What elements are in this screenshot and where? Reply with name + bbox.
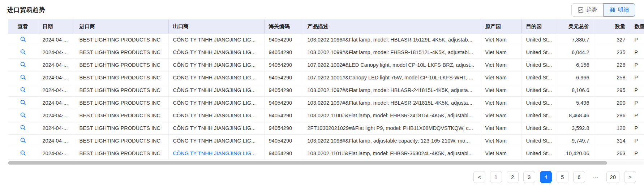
cell-hs_code: 94054290 [264, 97, 303, 109]
table-row: 2024-04-...BEST LIGHTING PRODUCTS INCCÔN… [8, 135, 644, 147]
cell-unit: P [630, 109, 644, 122]
cell-destination: United St... [521, 147, 558, 160]
cell-quantity: 200 [594, 97, 630, 109]
magnifier-icon[interactable] [20, 61, 26, 67]
magnifier-icon[interactable] [20, 49, 26, 55]
cell-description: 103.0202.1096#&Flat lamp, model: HBLASR-… [303, 34, 481, 46]
cell-importer: BEST LIGHTING PRODUCTS INC [75, 84, 168, 97]
cell-hs_code: 94054290 [264, 34, 303, 46]
table-row: 2024-04-...BEST LIGHTING PRODUCTS INCCÔN… [8, 109, 644, 122]
cell-origin: Viet Nam [481, 147, 521, 160]
magnifier-icon[interactable] [20, 99, 26, 105]
cell-quantity: 263 [594, 147, 630, 160]
cell-destination: United St... [521, 34, 558, 46]
cell-exporter: CÔNG TY TNHH JIANGJING LIG... [168, 97, 264, 109]
magnifier-icon[interactable] [20, 74, 26, 80]
cell-exporter[interactable]: CÔNG TY TNHH JIANGJING LIG... [168, 147, 264, 160]
cell-description: 107.0202.1002#&LED Canopy light, model C… [303, 59, 481, 71]
horizontal-scrollbar[interactable] [8, 161, 644, 165]
cell-importer: BEST LIGHTING PRODUCTS INC [75, 109, 168, 122]
cell-unit: P [630, 97, 644, 109]
trend-tab-button[interactable]: 趋势 [571, 3, 603, 17]
cell-view [8, 135, 38, 147]
cell-date: 2024-04-... [38, 97, 75, 109]
cell-quantity: 295 [594, 84, 630, 97]
cell-hs_code: 94054290 [264, 135, 303, 147]
magnifier-icon[interactable] [20, 150, 26, 156]
cell-date: 2024-04-... [38, 109, 75, 122]
page-button-6[interactable]: 6 [573, 171, 585, 183]
cell-origin: Viet Nam [481, 135, 521, 147]
pagination-ellipsis: ••• [590, 171, 602, 183]
table-row: 2024-04-...BEST LIGHTING PRODUCTS INCCÔN… [8, 71, 644, 84]
cell-date: 2024-04-... [38, 84, 75, 97]
cell-hs_code: 94054290 [264, 71, 303, 84]
cell-description: 103.0202.1099#&Flat lamp, model: FHBSR-1… [303, 46, 481, 59]
magnifier-icon[interactable] [20, 87, 26, 93]
cell-description: 103.0202.1097#&Flat lamp, model: HBLASR-… [303, 84, 481, 97]
table-row: 2024-04-...BEST LIGHTING PRODUCTS INCCÔN… [8, 59, 644, 71]
table-row: 2024-04-...BEST LIGHTING PRODUCTS INCCÔN… [8, 34, 644, 46]
cell-exporter: CÔNG TY TNHH JIANGJING LIG... [168, 46, 264, 59]
cell-quantity: 314 [594, 135, 630, 147]
cell-exporter: CÔNG TY TNHH JIANGJING LIG... [168, 122, 264, 135]
cell-usd_total: 10,420.06 [558, 147, 594, 160]
prev-page-button[interactable]: < [473, 171, 485, 183]
scrollbar-thumb[interactable] [8, 161, 607, 165]
next-page-button[interactable]: > [624, 171, 636, 183]
cell-exporter: CÔNG TY TNHH JIANGJING LIG... [168, 135, 264, 147]
cell-quantity: 327 [594, 34, 630, 46]
cell-quantity: 258 [594, 71, 630, 84]
cell-date: 2024-04-... [38, 122, 75, 135]
magnifier-icon[interactable] [20, 125, 26, 131]
column-header-destination: 目的国 [521, 20, 558, 34]
page-button-4[interactable]: 4 [540, 171, 552, 183]
table-row: 2024-04-...BEST LIGHTING PRODUCTS INCCÔN… [8, 97, 644, 109]
cell-usd_total: 9,749.7 [558, 135, 594, 147]
cell-exporter: CÔNG TY TNHH JIANGJING LIG... [168, 34, 264, 46]
cell-origin: Viet Nam [481, 97, 521, 109]
magnifier-icon[interactable] [20, 112, 26, 118]
cell-usd_total: 8,106.6 [558, 84, 594, 97]
cell-quantity: 286 [594, 109, 630, 122]
cell-date: 2024-04-... [38, 46, 75, 59]
page-button-5[interactable]: 5 [557, 171, 568, 183]
cell-usd_total: 3,592.8 [558, 122, 594, 135]
cell-view [8, 122, 38, 135]
cell-hs_code: 94054290 [264, 122, 303, 135]
cell-origin: Viet Nam [481, 71, 521, 84]
cell-destination: United St... [521, 46, 558, 59]
view-toggle-group: 趋势 明细 [571, 3, 635, 17]
page-button-2[interactable]: 2 [507, 171, 519, 183]
table-grid-icon [610, 7, 615, 13]
cell-exporter: CÔNG TY TNHH JIANGJING LIG... [168, 59, 264, 71]
cell-destination: United St... [521, 122, 558, 135]
cell-importer: BEST LIGHTING PRODUCTS INC [75, 147, 168, 160]
cell-view [8, 84, 38, 97]
page-button-3[interactable]: 3 [523, 171, 535, 183]
cell-description: 103.0202.1098#&Flat lamp, adjustable cap… [303, 135, 481, 147]
detail-tab-button[interactable]: 明细 [603, 3, 635, 17]
cell-hs_code: 94054290 [264, 147, 303, 160]
page-button-1[interactable]: 1 [490, 171, 502, 183]
column-header-importer: 进口商 [75, 20, 168, 34]
cell-view [8, 34, 38, 46]
topbar: 进口贸易趋势 趋势 明细 [0, 0, 644, 19]
table-row: 2024-04-...BEST LIGHTING PRODUCTS INCCÔN… [8, 147, 644, 160]
cell-origin: Viet Nam [481, 109, 521, 122]
table-row: 2024-04-...BEST LIGHTING PRODUCTS INCCÔN… [8, 84, 644, 97]
cell-unit: P [630, 147, 644, 160]
magnifier-icon[interactable] [20, 137, 26, 143]
pagination: <123456•••20> [473, 171, 636, 183]
cell-date: 2024-04-... [38, 34, 75, 46]
column-header-usd_total: 美元总价 [558, 20, 594, 34]
cell-destination: United St... [521, 71, 558, 84]
cell-destination: United St... [521, 84, 558, 97]
cell-quantity: 235 [594, 46, 630, 59]
cell-exporter: CÔNG TY TNHH JIANGJING LIG... [168, 71, 264, 84]
page-button-20[interactable]: 20 [606, 171, 619, 183]
column-header-view: 查看 [8, 20, 38, 34]
cell-hs_code: 94054290 [264, 46, 303, 59]
cell-unit: P [630, 34, 644, 46]
magnifier-icon[interactable] [20, 36, 26, 42]
